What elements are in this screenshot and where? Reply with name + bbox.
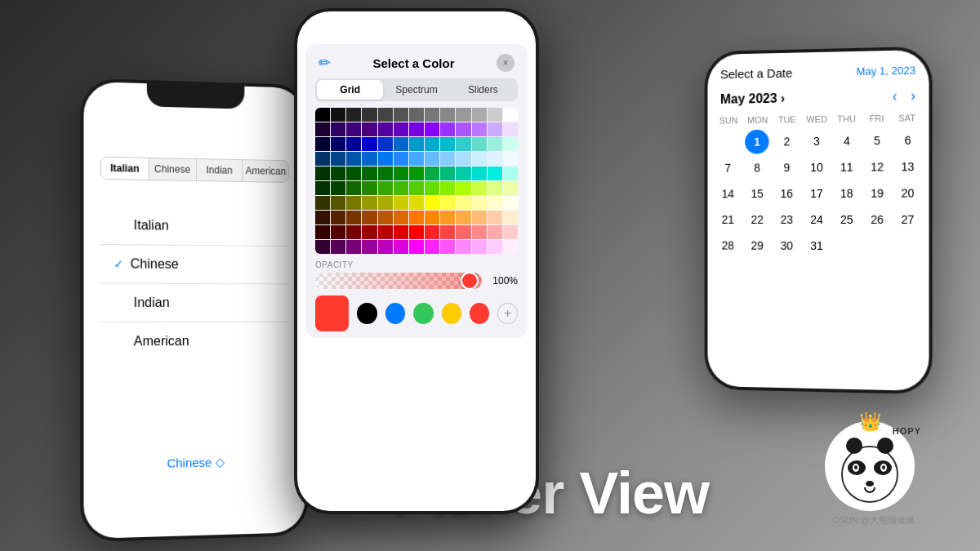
color-cell[interactable] [394, 152, 408, 166]
color-cell[interactable] [456, 225, 470, 239]
color-cell[interactable] [456, 167, 470, 180]
color-cell[interactable] [394, 211, 408, 224]
color-cell[interactable] [440, 225, 455, 239]
color-cell[interactable] [409, 108, 424, 122]
calendar-day[interactable]: 3 [804, 129, 829, 153]
next-month-button[interactable]: › [911, 87, 915, 104]
color-cell[interactable] [472, 181, 487, 195]
color-cell[interactable] [409, 196, 424, 210]
calendar-day[interactable]: 20 [895, 180, 920, 205]
calendar-day[interactable]: 9 [775, 155, 800, 180]
color-cell[interactable] [440, 181, 455, 195]
color-cell[interactable] [378, 181, 393, 195]
color-cell[interactable] [425, 108, 439, 122]
swatch-black[interactable] [357, 303, 376, 324]
color-cell[interactable] [425, 211, 439, 224]
color-cell[interactable] [503, 240, 518, 254]
color-cell[interactable] [315, 122, 330, 136]
color-cell[interactable] [440, 196, 455, 210]
color-cell[interactable] [488, 167, 502, 180]
color-cell[interactable] [362, 152, 376, 166]
list-item[interactable]: Italian [100, 206, 289, 247]
color-cell[interactable] [346, 108, 361, 122]
color-cell[interactable] [315, 167, 330, 180]
color-cell[interactable] [409, 122, 424, 136]
color-cell[interactable] [331, 152, 345, 166]
color-cell[interactable] [394, 225, 408, 239]
color-cell[interactable] [331, 137, 345, 151]
color-cell[interactable] [362, 108, 376, 122]
color-cell[interactable] [378, 167, 393, 180]
color-cell[interactable] [362, 211, 376, 224]
color-cell[interactable] [488, 137, 502, 151]
calendar-day[interactable]: 1 [745, 130, 768, 154]
calendar-day[interactable]: 14 [716, 181, 740, 206]
color-cell[interactable] [503, 225, 518, 239]
calendar-day[interactable]: 24 [804, 207, 829, 232]
calendar-day[interactable]: 7 [716, 156, 740, 180]
color-cell[interactable] [409, 240, 424, 254]
seg-american[interactable]: American [243, 160, 288, 182]
color-cell[interactable] [378, 240, 393, 254]
color-cell[interactable] [456, 211, 470, 224]
color-cell[interactable] [362, 196, 376, 210]
calendar-day[interactable]: 17 [804, 181, 829, 206]
calendar-day[interactable]: 16 [775, 181, 800, 206]
tab-bar[interactable]: Grid Spectrum Sliders [315, 78, 518, 101]
calendar-day[interactable]: 10 [804, 155, 829, 180]
color-cell[interactable] [315, 225, 330, 239]
color-cell[interactable] [503, 137, 518, 151]
color-cell[interactable] [346, 211, 361, 224]
color-cell[interactable] [440, 108, 455, 122]
color-cell[interactable] [346, 137, 361, 151]
color-cell[interactable] [425, 137, 439, 151]
color-cell[interactable] [472, 225, 487, 239]
color-cell[interactable] [456, 122, 470, 136]
color-cell[interactable] [456, 196, 470, 210]
color-cell[interactable] [331, 108, 345, 122]
calendar-day[interactable]: 23 [775, 207, 800, 232]
color-cell[interactable] [378, 196, 393, 210]
color-cell[interactable] [472, 240, 487, 254]
color-cell[interactable] [394, 137, 408, 151]
color-cell[interactable] [503, 196, 518, 210]
swatch-red[interactable] [470, 303, 489, 324]
seg-italian[interactable]: Italian [101, 158, 149, 180]
seg-chinese[interactable]: Chinese [149, 158, 197, 180]
calendar-day[interactable]: 30 [775, 233, 800, 258]
color-cell[interactable] [503, 211, 518, 224]
color-cell[interactable] [472, 211, 487, 224]
calendar-day[interactable]: 27 [895, 207, 920, 232]
color-cell[interactable] [346, 196, 361, 210]
color-cell[interactable] [456, 181, 470, 195]
list-item[interactable]: ✓ Chinese [100, 245, 289, 284]
calendar-day[interactable]: 29 [745, 233, 768, 258]
color-cell[interactable] [331, 122, 345, 136]
color-cell[interactable] [362, 240, 376, 254]
color-cell[interactable] [362, 225, 376, 239]
calendar-day[interactable]: 21 [716, 207, 740, 232]
color-cell[interactable] [331, 225, 345, 239]
color-cell[interactable] [488, 225, 502, 239]
color-cell[interactable] [440, 137, 455, 151]
picker-selected-label[interactable]: Chinese ◇ [83, 453, 305, 473]
color-cell[interactable] [331, 211, 345, 224]
color-cell[interactable] [315, 211, 330, 224]
color-cell[interactable] [472, 196, 487, 210]
calendar-day[interactable]: 13 [895, 154, 920, 180]
color-cell[interactable] [346, 181, 361, 195]
color-cell[interactable] [378, 211, 393, 224]
color-cell[interactable] [346, 167, 361, 180]
color-cell[interactable] [315, 181, 330, 195]
color-cell[interactable] [503, 122, 518, 136]
selected-swatch[interactable] [315, 295, 349, 331]
color-cell[interactable] [315, 240, 330, 254]
color-cell[interactable] [331, 167, 345, 180]
calendar-day[interactable]: 5 [865, 128, 889, 153]
color-cell[interactable] [488, 152, 502, 166]
color-cell[interactable] [425, 122, 439, 136]
calendar-day[interactable]: 12 [865, 154, 889, 179]
close-button[interactable]: × [497, 54, 514, 72]
color-cell[interactable] [456, 108, 470, 122]
calendar-day[interactable]: 8 [745, 156, 768, 180]
